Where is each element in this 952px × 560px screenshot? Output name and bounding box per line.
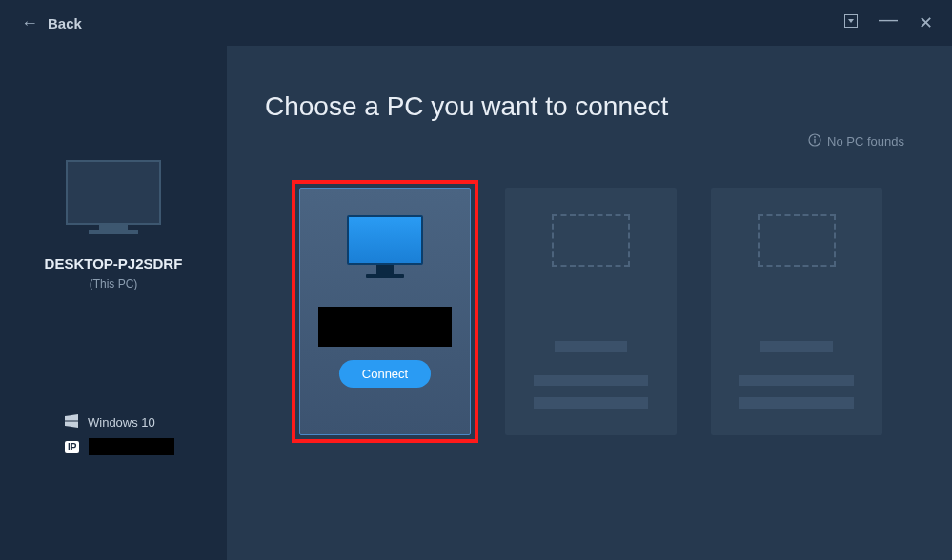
back-arrow-icon: ←: [21, 13, 38, 33]
svg-rect-3: [814, 139, 815, 144]
placeholder-line: [739, 397, 854, 409]
ip-badge-icon: IP: [65, 441, 79, 453]
pc-card-placeholder: [711, 188, 882, 435]
ip-info-row: IP: [65, 438, 227, 455]
this-pc-label: (This PC): [90, 277, 138, 290]
pc-monitor-icon: [347, 215, 423, 280]
placeholder-screen-icon: [552, 214, 630, 267]
dropdown-icon[interactable]: [844, 14, 858, 31]
local-pc-name: DESKTOP-PJ2SDRF: [45, 255, 183, 271]
placeholder-line: [534, 397, 648, 409]
pc-cards-row: Connect: [265, 188, 914, 435]
window-controls: — ✕: [844, 12, 941, 34]
hint-text: No PC founds: [827, 134, 904, 149]
placeholder-screen-icon: [758, 214, 836, 267]
os-label: Windows 10: [88, 415, 155, 430]
content-area: DESKTOP-PJ2SDRF (This PC) Windows 10 IP …: [0, 46, 952, 560]
pc-card-wrap: Connect: [299, 188, 471, 435]
titlebar: ← Back — ✕: [0, 0, 952, 46]
close-button[interactable]: ✕: [919, 12, 933, 33]
main-panel: Choose a PC you want to connect No PC fo…: [227, 46, 952, 560]
svg-point-2: [814, 136, 816, 138]
connect-button[interactable]: Connect: [339, 360, 431, 388]
page-heading: Choose a PC you want to connect: [265, 91, 914, 122]
sidebar: DESKTOP-PJ2SDRF (This PC) Windows 10 IP: [0, 46, 227, 560]
pc-card-placeholder: [505, 188, 677, 435]
back-label: Back: [48, 15, 82, 31]
placeholder-line: [739, 375, 854, 387]
placeholder-line: [534, 375, 648, 387]
local-pc-monitor-icon: [66, 160, 161, 236]
os-info-row: Windows 10: [65, 414, 227, 430]
windows-logo-icon: [65, 414, 78, 430]
info-icon: [808, 133, 821, 150]
ip-address-redacted: [89, 438, 174, 455]
minimize-button[interactable]: —: [879, 9, 898, 30]
hint-row[interactable]: No PC founds: [265, 133, 914, 150]
pc-card-available[interactable]: Connect: [299, 188, 471, 435]
back-button[interactable]: ← Back: [11, 13, 82, 33]
system-info: Windows 10 IP: [0, 414, 227, 463]
remote-pc-name-redacted: [318, 307, 452, 347]
placeholder-line: [760, 341, 833, 352]
placeholder-line: [555, 341, 627, 352]
